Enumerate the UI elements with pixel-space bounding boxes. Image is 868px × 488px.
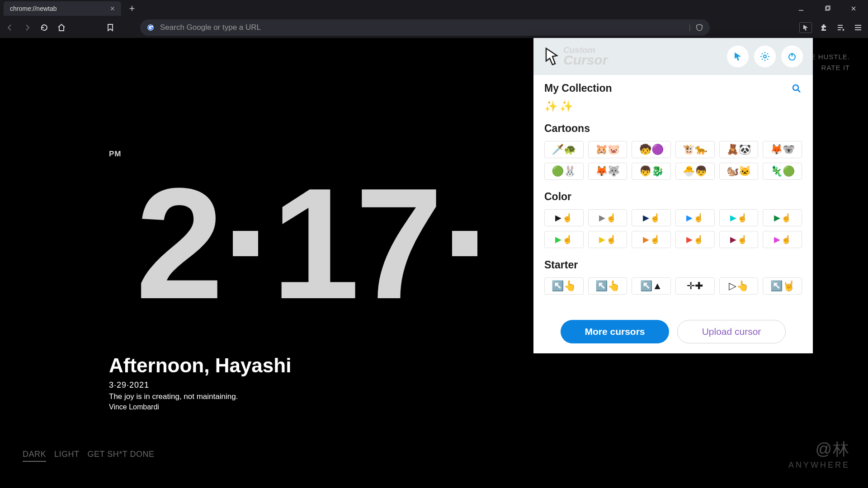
cursor-pair[interactable]: 🐹🐷: [588, 141, 627, 158]
cursor-pair[interactable]: 🗡️🐢: [544, 141, 584, 158]
cursor-pair[interactable]: 🐮🐆: [675, 141, 715, 158]
settings-button[interactable]: [754, 46, 776, 67]
cursor-color-pair[interactable]: ▶☝: [719, 231, 759, 248]
cursor-starter-pair[interactable]: ↖️👆: [544, 277, 584, 295]
cursor-pair[interactable]: 🦎🟢: [763, 163, 802, 180]
cursor-starter-pair[interactable]: ✛✚: [675, 277, 715, 295]
power-button[interactable]: [781, 46, 803, 67]
watermark: @林 ANYWHERE: [788, 438, 850, 470]
cursor-pair[interactable]: 🧒🟣: [632, 141, 671, 158]
section-color-title: Color: [544, 191, 802, 203]
active-cursor-button[interactable]: [727, 46, 749, 67]
collection-item[interactable]: ✨: [544, 100, 557, 113]
svg-line-16: [798, 90, 800, 92]
cursor-color-pair[interactable]: ▶☝: [588, 231, 627, 248]
search-icon[interactable]: [791, 83, 802, 94]
theme-hustle[interactable]: GET SH*T DONE: [88, 450, 155, 462]
cursor-pair[interactable]: 🐿️🐱: [719, 163, 759, 180]
svg-point-12: [764, 55, 766, 58]
cursor-pair[interactable]: 🐣👦: [675, 163, 715, 180]
cursor-starter-pair[interactable]: ↖️▲: [632, 277, 671, 295]
newtab-page: PM 2 17 Afternoon, Hayashi 3·29·2021 The…: [0, 38, 868, 488]
clock-hour: 2: [136, 164, 219, 323]
cursor-pair[interactable]: 🦊🐨: [763, 141, 802, 158]
forward-button[interactable]: [22, 22, 33, 33]
tab-bar: chrome://newtab × +: [0, 0, 868, 17]
google-icon: [146, 23, 155, 32]
window-controls: [788, 0, 866, 17]
popup-header: Custom Cursor: [533, 38, 813, 75]
cursor-color-pair[interactable]: ▶☝: [675, 231, 715, 248]
cursor-starter-pair[interactable]: ↖️🤘: [763, 277, 802, 295]
cursor-pair[interactable]: 🧸🐼: [719, 141, 759, 158]
date: 3·29·2021: [109, 380, 149, 390]
home-button[interactable]: [56, 22, 67, 33]
logo-icon: [543, 47, 561, 66]
collection-item[interactable]: ✨: [560, 100, 572, 113]
cursor-color-pair[interactable]: ▶☝: [763, 209, 802, 226]
my-collection-title: My Collection: [544, 82, 612, 94]
address-bar[interactable]: Search Google or type a URL |: [140, 19, 710, 36]
clock: 2 17: [136, 164, 491, 323]
section-cartoons-title: Cartoons: [544, 122, 802, 135]
theme-bar: DARK LIGHT GET SH*T DONE: [23, 450, 154, 462]
theme-light[interactable]: LIGHT: [54, 450, 80, 462]
cursor-pair[interactable]: 🦊🐺: [588, 163, 627, 180]
cursor-color-pair[interactable]: ▶☝: [632, 231, 671, 248]
clock-meridian: PM: [109, 150, 122, 159]
logo-line2: Cursor: [563, 52, 608, 68]
popup-body: My Collection ✨ ✨ Cartoons 🗡️🐢🐹🐷🧒🟣🐮🐆🧸🐼🦊🐨…: [533, 75, 813, 313]
greeting: Afternoon, Hayashi: [109, 354, 291, 377]
tab-title: chrome://newtab: [10, 5, 57, 12]
starter-grid: ↖️👆↖️👆↖️▲✛✚▷👆↖️🤘: [544, 277, 802, 296]
svg-rect-2: [826, 6, 830, 9]
browser-chrome: chrome://newtab × + Search Google or typ…: [0, 0, 868, 38]
custom-cursor-ext-button[interactable]: [799, 22, 812, 33]
cursor-pair[interactable]: 🟢🐰: [544, 163, 584, 180]
cursor-starter-pair[interactable]: ↖️👆: [588, 277, 627, 295]
new-tab-button[interactable]: +: [126, 3, 138, 14]
cursor-color-pair[interactable]: ▶☝: [719, 209, 759, 226]
back-button[interactable]: [5, 22, 15, 33]
my-collection-items: ✨ ✨: [544, 100, 802, 113]
cursor-color-pair[interactable]: ▶☝: [544, 231, 584, 248]
svg-rect-1: [826, 7, 829, 10]
more-cursors-button[interactable]: More cursors: [561, 320, 669, 343]
logo[interactable]: Custom Cursor: [543, 45, 608, 68]
readlist-button[interactable]: [835, 22, 846, 33]
cursor-color-pair[interactable]: ▶☝: [675, 209, 715, 226]
cursor-pair[interactable]: 👦🐉: [632, 163, 671, 180]
theme-dark[interactable]: DARK: [23, 450, 46, 462]
cursor-color-pair[interactable]: ▶☝: [544, 209, 584, 226]
shield-icon[interactable]: [695, 23, 703, 32]
browser-tab[interactable]: chrome://newtab ×: [4, 1, 121, 16]
quote: The joy is in creating, not maintaining.: [109, 392, 238, 401]
extensions-button[interactable]: [818, 22, 829, 33]
section-starter-title: Starter: [544, 259, 802, 271]
upload-cursor-button[interactable]: Upload cursor: [677, 320, 786, 343]
cursor-starter-pair[interactable]: ▷👆: [719, 277, 759, 295]
cursor-color-pair[interactable]: ▶☝: [632, 209, 671, 226]
nav-bar: Search Google or type a URL |: [0, 17, 868, 38]
clock-separator: [233, 231, 258, 256]
toolbar-right: [799, 22, 863, 33]
watermark-line2: ANYWHERE: [788, 460, 850, 470]
clock-separator2: [452, 231, 477, 256]
bookmark-button[interactable]: [105, 22, 116, 33]
window-close-button[interactable]: [841, 0, 866, 17]
minimize-button[interactable]: [788, 0, 814, 17]
maximize-button[interactable]: [815, 0, 840, 17]
svg-point-15: [793, 85, 798, 90]
address-placeholder: Search Google or type a URL: [160, 23, 261, 32]
popup-footer: More cursors Upload cursor: [533, 313, 813, 353]
tab-close-icon[interactable]: ×: [110, 4, 115, 14]
menu-button[interactable]: [853, 22, 863, 33]
reload-button[interactable]: [39, 22, 50, 33]
cursor-color-pair[interactable]: ▶☝: [588, 209, 627, 226]
color-grid: ▶☝▶☝▶☝▶☝▶☝▶☝▶☝▶☝▶☝▶☝▶☝▶☝: [544, 209, 802, 248]
cartoons-grid: 🗡️🐢🐹🐷🧒🟣🐮🐆🧸🐼🦊🐨🟢🐰🦊🐺👦🐉🐣👦🐿️🐱🦎🟢: [544, 141, 802, 180]
clock-minute: 17: [272, 164, 439, 323]
watermark-line1: @林: [788, 438, 850, 460]
custom-cursor-popup: Custom Cursor My Collection ✨ ✨ Cartoons…: [533, 38, 813, 353]
cursor-color-pair[interactable]: ▶☝: [763, 231, 802, 248]
